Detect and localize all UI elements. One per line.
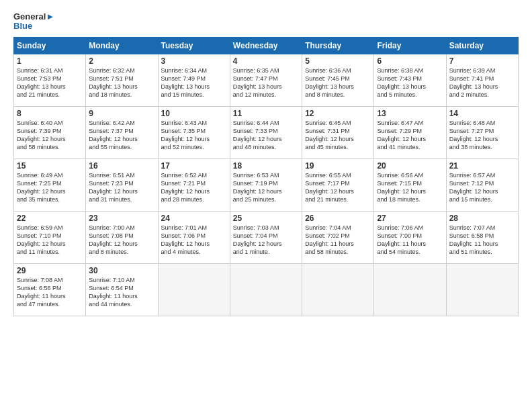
day-info: Sunrise: 6:45 AM Sunset: 7:31 PM Dayligh… bbox=[305, 119, 371, 152]
table-cell bbox=[302, 263, 374, 316]
day-number: 20 bbox=[377, 161, 443, 171]
day-number: 15 bbox=[17, 161, 83, 171]
day-info: Sunrise: 6:40 AM Sunset: 7:39 PM Dayligh… bbox=[17, 119, 83, 152]
day-info: Sunrise: 6:36 AM Sunset: 7:45 PM Dayligh… bbox=[305, 66, 371, 99]
day-number: 9 bbox=[89, 109, 154, 118]
day-number: 28 bbox=[449, 214, 515, 223]
calendar-header-row: Sunday Monday Tuesday Wednesday Thursday… bbox=[14, 37, 519, 54]
day-info: Sunrise: 6:35 AM Sunset: 7:47 PM Dayligh… bbox=[233, 66, 299, 99]
col-thursday: Thursday bbox=[302, 37, 374, 54]
col-monday: Monday bbox=[86, 37, 158, 54]
day-info: Sunrise: 7:00 AM Sunset: 7:08 PM Dayligh… bbox=[89, 224, 154, 257]
day-info: Sunrise: 6:42 AM Sunset: 7:37 PM Dayligh… bbox=[89, 119, 154, 152]
col-sunday: Sunday bbox=[14, 37, 86, 54]
logo: General► Blue bbox=[13, 12, 54, 32]
day-number: 11 bbox=[233, 109, 299, 118]
calendar-row: 29Sunrise: 7:08 AM Sunset: 6:56 PM Dayli… bbox=[14, 263, 519, 316]
day-number: 24 bbox=[161, 214, 227, 223]
calendar-row: 15Sunrise: 6:49 AM Sunset: 7:25 PM Dayli… bbox=[14, 158, 519, 211]
col-tuesday: Tuesday bbox=[158, 37, 230, 54]
day-number: 30 bbox=[89, 266, 154, 275]
calendar-row: 8Sunrise: 6:40 AM Sunset: 7:39 PM Daylig… bbox=[14, 106, 519, 158]
day-info: Sunrise: 6:39 AM Sunset: 7:41 PM Dayligh… bbox=[449, 66, 515, 99]
table-cell: 7Sunrise: 6:39 AM Sunset: 7:41 PM Daylig… bbox=[446, 54, 518, 106]
day-info: Sunrise: 6:34 AM Sunset: 7:49 PM Dayligh… bbox=[161, 66, 227, 99]
day-number: 21 bbox=[449, 161, 515, 171]
table-cell: 18Sunrise: 6:53 AM Sunset: 7:19 PM Dayli… bbox=[230, 158, 302, 211]
col-friday: Friday bbox=[374, 37, 446, 54]
day-number: 27 bbox=[377, 214, 443, 223]
day-info: Sunrise: 6:47 AM Sunset: 7:29 PM Dayligh… bbox=[377, 119, 443, 152]
table-cell: 21Sunrise: 6:57 AM Sunset: 7:12 PM Dayli… bbox=[446, 158, 518, 211]
table-cell: 30Sunrise: 7:10 AM Sunset: 6:54 PM Dayli… bbox=[86, 263, 158, 316]
day-info: Sunrise: 6:59 AM Sunset: 7:10 PM Dayligh… bbox=[17, 224, 83, 257]
day-number: 14 bbox=[449, 109, 515, 118]
table-cell: 10Sunrise: 6:43 AM Sunset: 7:35 PM Dayli… bbox=[158, 106, 230, 158]
day-info: Sunrise: 6:51 AM Sunset: 7:23 PM Dayligh… bbox=[89, 171, 154, 204]
page: General► Blue Sunday Monday Tuesday Wedn… bbox=[0, 0, 532, 411]
day-info: Sunrise: 6:53 AM Sunset: 7:19 PM Dayligh… bbox=[233, 171, 299, 204]
day-info: Sunrise: 6:38 AM Sunset: 7:43 PM Dayligh… bbox=[377, 66, 443, 99]
table-cell bbox=[446, 263, 518, 316]
day-info: Sunrise: 6:56 AM Sunset: 7:15 PM Dayligh… bbox=[377, 171, 443, 204]
calendar: Sunday Monday Tuesday Wednesday Thursday… bbox=[13, 37, 519, 316]
table-cell bbox=[374, 263, 446, 316]
day-info: Sunrise: 7:01 AM Sunset: 7:06 PM Dayligh… bbox=[161, 224, 227, 257]
table-cell: 6Sunrise: 6:38 AM Sunset: 7:43 PM Daylig… bbox=[374, 54, 446, 106]
day-number: 7 bbox=[449, 56, 515, 66]
table-cell bbox=[230, 263, 302, 316]
table-cell: 3Sunrise: 6:34 AM Sunset: 7:49 PM Daylig… bbox=[158, 54, 230, 106]
table-cell: 1Sunrise: 6:31 AM Sunset: 7:53 PM Daylig… bbox=[14, 54, 86, 106]
day-number: 5 bbox=[305, 56, 371, 66]
day-number: 18 bbox=[233, 161, 299, 171]
table-cell: 16Sunrise: 6:51 AM Sunset: 7:23 PM Dayli… bbox=[86, 158, 158, 211]
table-cell: 4Sunrise: 6:35 AM Sunset: 7:47 PM Daylig… bbox=[230, 54, 302, 106]
day-info: Sunrise: 6:31 AM Sunset: 7:53 PM Dayligh… bbox=[17, 66, 83, 99]
table-cell: 17Sunrise: 6:52 AM Sunset: 7:21 PM Dayli… bbox=[158, 158, 230, 211]
table-cell bbox=[158, 263, 230, 316]
day-info: Sunrise: 6:55 AM Sunset: 7:17 PM Dayligh… bbox=[305, 171, 371, 204]
table-cell: 5Sunrise: 6:36 AM Sunset: 7:45 PM Daylig… bbox=[302, 54, 374, 106]
table-cell: 22Sunrise: 6:59 AM Sunset: 7:10 PM Dayli… bbox=[14, 211, 86, 263]
day-number: 13 bbox=[377, 109, 443, 118]
day-number: 23 bbox=[89, 214, 154, 223]
table-cell: 20Sunrise: 6:56 AM Sunset: 7:15 PM Dayli… bbox=[374, 158, 446, 211]
day-number: 16 bbox=[89, 161, 154, 171]
day-number: 25 bbox=[233, 214, 299, 223]
day-number: 10 bbox=[161, 109, 227, 118]
day-number: 26 bbox=[305, 214, 371, 223]
day-number: 22 bbox=[17, 214, 83, 223]
day-number: 29 bbox=[17, 266, 83, 275]
table-cell: 26Sunrise: 7:04 AM Sunset: 7:02 PM Dayli… bbox=[302, 211, 374, 263]
day-info: Sunrise: 6:32 AM Sunset: 7:51 PM Dayligh… bbox=[89, 66, 154, 99]
table-cell: 14Sunrise: 6:48 AM Sunset: 7:27 PM Dayli… bbox=[446, 106, 518, 158]
table-cell: 8Sunrise: 6:40 AM Sunset: 7:39 PM Daylig… bbox=[14, 106, 86, 158]
table-cell: 13Sunrise: 6:47 AM Sunset: 7:29 PM Dayli… bbox=[374, 106, 446, 158]
day-info: Sunrise: 6:49 AM Sunset: 7:25 PM Dayligh… bbox=[17, 171, 83, 204]
table-cell: 25Sunrise: 7:03 AM Sunset: 7:04 PM Dayli… bbox=[230, 211, 302, 263]
table-cell: 23Sunrise: 7:00 AM Sunset: 7:08 PM Dayli… bbox=[86, 211, 158, 263]
day-number: 2 bbox=[89, 56, 154, 66]
day-info: Sunrise: 7:03 AM Sunset: 7:04 PM Dayligh… bbox=[233, 224, 299, 257]
day-number: 19 bbox=[305, 161, 371, 171]
table-cell: 2Sunrise: 6:32 AM Sunset: 7:51 PM Daylig… bbox=[86, 54, 158, 106]
day-number: 17 bbox=[161, 161, 227, 171]
calendar-row: 22Sunrise: 6:59 AM Sunset: 7:10 PM Dayli… bbox=[14, 211, 519, 263]
table-cell: 15Sunrise: 6:49 AM Sunset: 7:25 PM Dayli… bbox=[14, 158, 86, 211]
table-cell: 12Sunrise: 6:45 AM Sunset: 7:31 PM Dayli… bbox=[302, 106, 374, 158]
col-wednesday: Wednesday bbox=[230, 37, 302, 54]
day-info: Sunrise: 6:52 AM Sunset: 7:21 PM Dayligh… bbox=[161, 171, 227, 204]
day-number: 1 bbox=[17, 56, 83, 66]
day-info: Sunrise: 7:08 AM Sunset: 6:56 PM Dayligh… bbox=[17, 276, 83, 309]
table-cell: 19Sunrise: 6:55 AM Sunset: 7:17 PM Dayli… bbox=[302, 158, 374, 211]
table-cell: 9Sunrise: 6:42 AM Sunset: 7:37 PM Daylig… bbox=[86, 106, 158, 158]
table-cell: 28Sunrise: 7:07 AM Sunset: 6:58 PM Dayli… bbox=[446, 211, 518, 263]
day-info: Sunrise: 7:06 AM Sunset: 7:00 PM Dayligh… bbox=[377, 224, 443, 257]
day-info: Sunrise: 6:48 AM Sunset: 7:27 PM Dayligh… bbox=[449, 119, 515, 152]
day-info: Sunrise: 6:44 AM Sunset: 7:33 PM Dayligh… bbox=[233, 119, 299, 152]
calendar-row: 1Sunrise: 6:31 AM Sunset: 7:53 PM Daylig… bbox=[14, 54, 519, 106]
day-number: 6 bbox=[377, 56, 443, 66]
day-info: Sunrise: 7:07 AM Sunset: 6:58 PM Dayligh… bbox=[449, 224, 515, 257]
day-number: 4 bbox=[233, 56, 299, 66]
day-number: 12 bbox=[305, 109, 371, 118]
